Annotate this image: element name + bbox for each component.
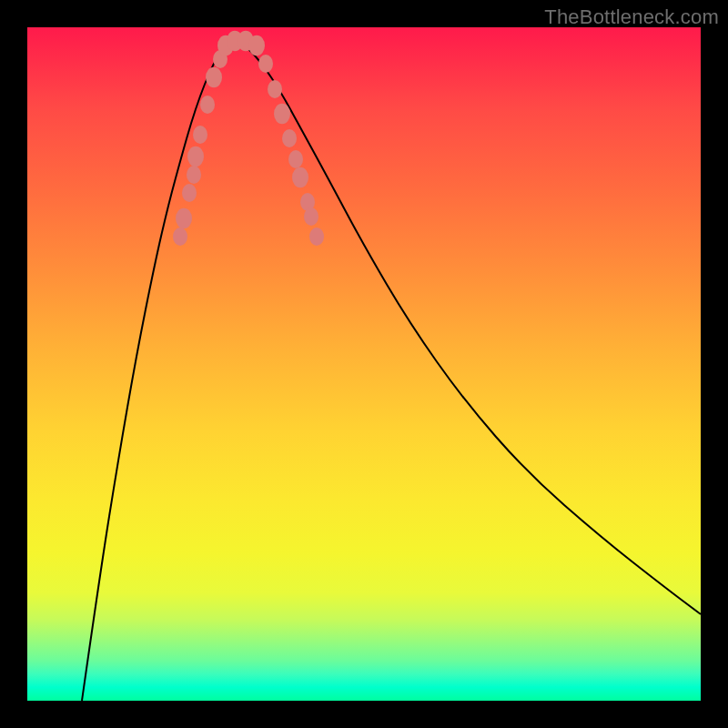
data-marker [187, 166, 201, 184]
data-marker [176, 208, 192, 229]
data-marker [288, 150, 303, 168]
markers-group [173, 31, 324, 246]
data-marker [292, 167, 308, 188]
data-marker [268, 80, 282, 98]
bottleneck-curve [82, 41, 701, 701]
data-marker [248, 35, 265, 56]
data-marker [206, 67, 222, 88]
watermark-text: TheBottleneck.com [544, 5, 719, 29]
data-marker [182, 184, 197, 202]
data-marker [258, 55, 273, 73]
data-marker [304, 207, 318, 226]
data-marker [187, 147, 204, 167]
chart-frame: TheBottleneck.com [0, 0, 728, 728]
data-marker [173, 228, 187, 246]
data-marker [309, 228, 324, 246]
data-marker [193, 126, 207, 144]
data-marker [274, 104, 290, 125]
plot-gradient-area [27, 27, 701, 701]
data-marker [282, 129, 297, 147]
curve-svg [27, 27, 701, 701]
data-marker [200, 96, 215, 114]
